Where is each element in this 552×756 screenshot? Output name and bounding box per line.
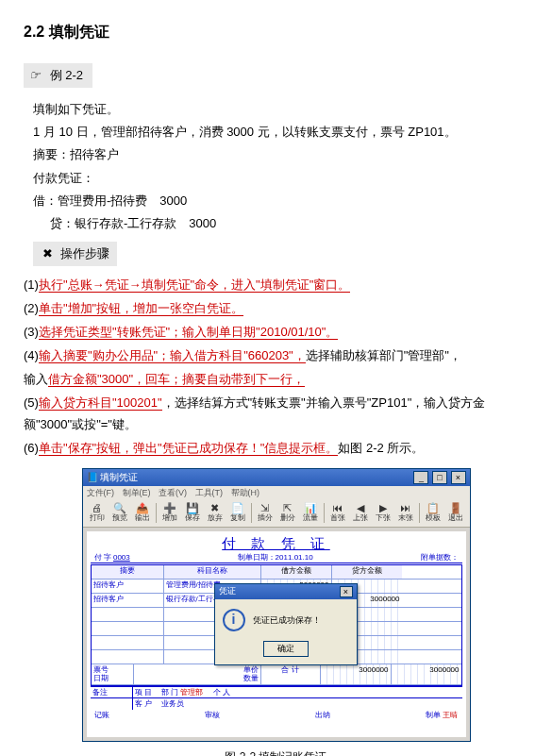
info-icon: i — [223, 609, 245, 631]
step4-red-e: 回车；摘要自动带到下一行， — [145, 372, 305, 387]
export-icon: 📤 — [136, 503, 149, 513]
step3-red-a: 选择凭证类型"转账凭证"；输入制单日期"20 — [39, 325, 274, 340]
sign-cashier: 出纳 — [315, 711, 330, 720]
voucher-type-line: 付款凭证： — [33, 168, 528, 189]
step4-red-d: 借方金额"3000"， — [48, 372, 145, 387]
step1-red: 执行"总账→凭证→填制凭证"命令，进入"填制凭证"窗口。 — [39, 277, 350, 293]
th-credit: 贷方金额 — [332, 565, 402, 579]
intro-text: 填制如下凭证。 — [33, 99, 528, 120]
attach-label[interactable]: 附单据数： — [421, 553, 459, 563]
tb-preview[interactable]: 🔍预览 — [109, 502, 130, 524]
flow-icon: 📊 — [304, 503, 317, 513]
menu-item[interactable]: 查看(V) — [159, 488, 187, 497]
ok-button[interactable]: 确定 — [263, 641, 309, 657]
tb-export[interactable]: 📤输出 — [132, 502, 153, 524]
th-summary: 摘要 — [92, 565, 164, 579]
last-icon: ⏭ — [400, 503, 410, 513]
msgbox-title: 凭证 — [219, 586, 236, 597]
step3-red-b: 10/01/10"。 — [274, 325, 338, 340]
msgbox-close-icon[interactable]: × — [340, 586, 353, 597]
tb-copy[interactable]: 📄复制 — [227, 502, 248, 524]
template-icon: 📋 — [427, 503, 440, 513]
th-subject: 科目名称 — [164, 565, 261, 579]
minimize-button[interactable]: _ — [413, 471, 428, 484]
next-icon: ▶ — [379, 503, 387, 513]
example-label-text: 例 2-2 — [50, 68, 83, 82]
preview-icon: 🔍 — [113, 503, 126, 513]
copy-icon: 📄 — [231, 503, 244, 513]
save-icon: 💾 — [186, 503, 199, 513]
voucher-area: 付 款 凭 证 付 字 0003 制单日期：2011.01.10 附单据数： 摘… — [87, 531, 466, 737]
tb-abandon[interactable]: ✖放弃 — [205, 502, 226, 524]
step4-red-a: 输入摘要"购办公用品"；输入借方 — [39, 348, 219, 363]
add-icon: ➕ — [163, 503, 176, 513]
tb-exit[interactable]: 🚪退出 — [445, 502, 466, 524]
section-heading: 2.2 填制凭证 — [24, 19, 528, 44]
titlebar: 📘 填制凭证 _ □ × — [83, 469, 470, 486]
tb-add[interactable]: ➕增加 — [159, 502, 180, 524]
voucher-date[interactable]: 制单日期：2011.01.10 — [130, 553, 421, 563]
exit-icon: 🚪 — [449, 503, 462, 513]
toolbar: 🖨打印 🔍预览 📤输出 ➕增加 💾保存 ✖放弃 📄复制 ⇲插分 ⇱删分 📊流量 … — [83, 499, 470, 528]
delete-icon: ⇱ — [283, 503, 292, 513]
menu-item[interactable]: 制单(E) — [123, 488, 151, 497]
close-button[interactable]: × — [451, 471, 466, 484]
tb-prev[interactable]: ◀上张 — [350, 502, 371, 524]
total-row: 票号日期 单价数量 合 计 3000000 3000000 — [92, 664, 461, 685]
tb-last[interactable]: ⏭末张 — [395, 502, 416, 524]
tb-print[interactable]: 🖨打印 — [87, 502, 108, 524]
menu-item[interactable]: 工具(T) — [195, 488, 224, 497]
tb-delete[interactable]: ⇱删分 — [277, 502, 298, 524]
abandon-icon: ✖ — [210, 503, 219, 513]
scenario-text: 1 月 10 日，管理部招待客户，消费 3000 元，以转账支票支付，票号 ZP… — [33, 122, 528, 143]
tb-template[interactable]: 📋模板 — [423, 502, 443, 524]
menu-item[interactable]: 文件(F) — [87, 488, 115, 497]
message-box: 凭证 × i 凭证已成功保存！ 确定 — [214, 583, 358, 665]
tb-first[interactable]: ⏮首张 — [327, 502, 348, 524]
steps-heading-text: 操作步骤 — [60, 246, 109, 260]
example-label: ☞ 例 2-2 — [24, 63, 92, 88]
first-icon: ⏮ — [332, 503, 343, 513]
tb-next[interactable]: ▶下张 — [373, 502, 393, 524]
step4-c: 选择辅助核算部门"管理部"， — [306, 348, 461, 362]
printer-icon: 🖨 — [92, 503, 102, 513]
wrench-icon: ✖ — [41, 244, 54, 264]
voucher-left-label: 付 字 — [94, 553, 111, 562]
step5-red-b: 科目"100201" — [88, 395, 162, 411]
summary-line: 摘要：招待客户 — [33, 144, 528, 165]
step4-red-b: 科目"660203"， — [219, 348, 306, 363]
sign-maker: 王晴 — [443, 711, 458, 719]
credit-line: 贷：银行存款-工行存款 3000 — [50, 213, 528, 234]
insert-icon: ⇲ — [260, 503, 269, 513]
tb-flow[interactable]: 📊流量 — [300, 502, 321, 524]
steps-heading: ✖ 操作步骤 — [33, 242, 117, 266]
tb-insert[interactable]: ⇲插分 — [255, 502, 276, 524]
step6-red: 单击"保存"按钮，弹出"凭证已成功保存！"信息提示框。 — [39, 441, 338, 456]
sign-recorder: 记账 — [94, 711, 109, 720]
maximize-button[interactable]: □ — [432, 471, 447, 484]
msgbox-text: 凭证已成功保存！ — [253, 615, 321, 626]
app-window: 📘 填制凭证 _ □ × 文件(F) 制单(E) 查看(V) 工具(T) 帮助(… — [82, 468, 471, 742]
voucher-no[interactable]: 0003 — [113, 553, 130, 562]
menu-item[interactable]: 帮助(H) — [231, 488, 260, 497]
debit-line: 借：管理费用-招待费 3000 — [33, 191, 528, 211]
hand-icon: ☞ — [29, 68, 41, 82]
tb-save[interactable]: 💾保存 — [182, 502, 203, 524]
window-title: 📘 填制凭证 — [87, 472, 139, 483]
step6-tail: 如图 2-2 所示。 — [338, 441, 424, 455]
sign-audit: 审核 — [205, 711, 220, 720]
sign-maker-label: 制单 — [426, 711, 441, 719]
step5-red-a: 输入贷方 — [39, 395, 88, 411]
voucher-title: 付 款 凭 证 — [91, 535, 462, 552]
step2-red: 单击"增加"按钮，增加一张空白凭证。 — [39, 301, 243, 316]
prev-icon: ◀ — [357, 503, 364, 513]
menubar: 文件(F) 制单(E) 查看(V) 工具(T) 帮助(H) — [83, 486, 470, 500]
th-debit: 借方金额 — [261, 565, 332, 579]
remark-label: 备注 — [91, 687, 133, 698]
step4-line2: 输入借方金额"3000"，回车；摘要自动带到下一行， — [24, 369, 528, 390]
figure-caption: 图 2-2 填制记账凭证 — [24, 748, 528, 756]
